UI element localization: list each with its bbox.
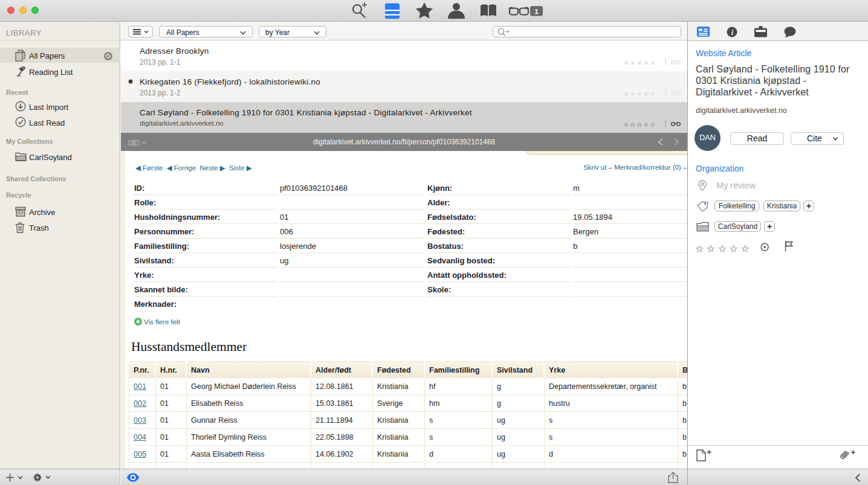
svg-text:1: 1 <box>534 8 539 15</box>
